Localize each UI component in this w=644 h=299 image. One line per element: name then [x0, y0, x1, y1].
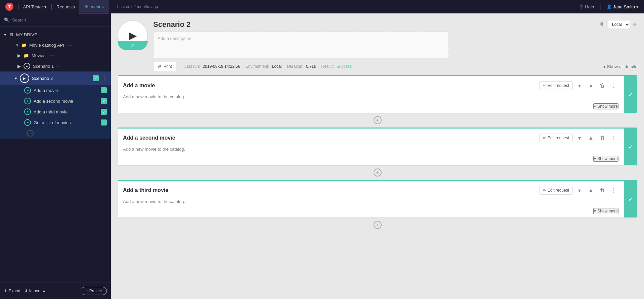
help-link[interactable]: ❓ Help [578, 4, 594, 9]
show-more-button-2[interactable]: ▾ Show more [593, 156, 618, 162]
drive-icon: 🖥 [9, 32, 13, 37]
api-tester-menu[interactable]: API Tester ▾ [23, 4, 47, 9]
card-add-third-desc: Add a new movie to the catalog. [118, 198, 624, 205]
card-add-third-title: Add a third movie [123, 187, 539, 193]
collection-menu[interactable]: ⋯ [67, 42, 72, 48]
top-nav-right: ❓ Help | 👤 Jane Smith ▾ [578, 3, 639, 10]
movies-menu[interactable]: ⋯ [48, 52, 53, 59]
lastrun-value: 2019-08-19 14:22:56 [203, 64, 240, 69]
more-button-2[interactable]: ⋮ [609, 133, 618, 143]
scenario-play-check: ✓ [118, 41, 148, 50]
card-add-movie-header: Add a movie ✏ Edit request ▾ ▲ 🗑 ⋮ [118, 76, 624, 93]
top-nav: T | API Tester ▾ | Requests Scenarios La… [0, 0, 644, 13]
show-more-button-1[interactable]: ▾ Show more [593, 103, 618, 109]
edit-request-button-1[interactable]: ✏ Edit request [539, 81, 573, 90]
card-add-third-movie: Add a third movie ✏ Edit request ▾ ▲ 🗑 ⋮… [118, 180, 637, 217]
separator-3: | [599, 3, 601, 10]
print-label: Print [164, 64, 172, 69]
card-add-movie-actions: ✏ Edit request ▾ ▲ 🗑 ⋮ [539, 81, 618, 90]
scenario-play-button[interactable]: ▶ ✓ [118, 20, 148, 50]
duration-label: Duration: [287, 64, 303, 69]
edit-request-button-3[interactable]: ✏ Edit request [539, 186, 573, 195]
meta-result: Result: Success [321, 64, 352, 69]
up-button-1[interactable]: ▲ [586, 81, 596, 90]
add-step-icon: + [27, 130, 34, 137]
export-button[interactable]: ⬆ Export [4, 289, 20, 293]
card-add-second-title: Add a second movie [123, 135, 539, 141]
add-third-play-icon: ▶ [24, 108, 31, 115]
sidebar-item-collection[interactable]: ▾ 📁 Movie catalog API ⋯ [0, 40, 111, 50]
sidebar-item-scenario2[interactable]: ▾ ▶ Scenario 2 ✓ ⋮ [0, 71, 111, 85]
movies-folder-icon: 📁 [24, 53, 29, 58]
delete-button-1[interactable]: 🗑 [598, 81, 607, 90]
scenario-title: Scenario 2 [153, 20, 600, 29]
export-label: Export [9, 289, 20, 293]
movies-label: Movies [32, 53, 45, 58]
scenario-details: Scenario 2 👁 Local ✏ Add a description 🖨 [153, 20, 637, 71]
eye-icon: 👁 [600, 21, 605, 28]
add-between-2-3[interactable]: + [374, 168, 382, 177]
add-third-check: ✓ [101, 109, 107, 115]
up-button-3[interactable]: ▲ [586, 186, 596, 195]
print-icon: 🖨 [158, 64, 162, 69]
lastrun-label: Last run: [184, 64, 200, 69]
expand-icon: ▾ [4, 32, 6, 37]
add-between-1-2[interactable]: + [374, 116, 382, 124]
env-value: Local [272, 64, 282, 69]
edit-icon-1: ✏ [543, 83, 546, 88]
main-layout: 🔍 Search ▾ 🖥 MY DRIVE ⋯ ▾ 📁 Movie catalo… [0, 13, 644, 299]
sidebar-item-movies[interactable]: ▶ 📁 Movies ⋯ [0, 50, 111, 61]
requests-nav[interactable]: Requests [56, 4, 75, 9]
api-tester-label: API Tester [23, 4, 43, 9]
delete-button-2[interactable]: 🗑 [598, 133, 607, 143]
sidebar: 🔍 Search ▾ 🖥 MY DRIVE ⋯ ▾ 📁 Movie catalo… [0, 13, 111, 299]
edit-request-button-2[interactable]: ✏ Edit request [539, 134, 573, 142]
search-area[interactable]: 🔍 Search [0, 13, 111, 27]
environment-selector[interactable]: Local [608, 20, 630, 29]
scenario1-menu[interactable]: ⋯ [56, 63, 62, 69]
scenario-description-box[interactable]: Add a description [153, 32, 449, 58]
between-cards-2-3: + [118, 165, 637, 180]
show-more-button-3[interactable]: ▾ Show more [593, 208, 618, 214]
add-movie-play-icon: ▶ [24, 87, 31, 94]
add-movie-check: ✓ [101, 87, 107, 93]
my-drive-header[interactable]: ▾ 🖥 MY DRIVE ⋯ [0, 30, 111, 40]
print-button[interactable]: 🖨 Print [153, 62, 176, 71]
get-list-play-icon: ▶ [24, 119, 31, 126]
sidebar-subitem-add-second[interactable]: ▶ Add a second movie ✓ [0, 96, 111, 106]
sidebar-add-step[interactable]: + [0, 128, 111, 139]
sidebar-footer: ⬆ Export ⬇ Import ▲ + Project [0, 283, 111, 299]
import-icon: ⬇ [25, 289, 28, 293]
scenario2-menu[interactable]: ⋮ [101, 75, 107, 82]
more-button-1[interactable]: ⋮ [609, 81, 618, 90]
scenario-edit-button[interactable]: ✏ [633, 21, 637, 28]
user-chevron: ▾ [636, 4, 639, 9]
scenario-header-actions: 👁 Local ✏ [600, 20, 637, 29]
expand-collection-icon: ▾ [16, 43, 18, 48]
edit-icon-3: ✏ [543, 188, 546, 193]
expand-button-1[interactable]: ▾ [575, 81, 584, 90]
user-menu[interactable]: 👤 Jane Smith ▾ [606, 4, 639, 9]
scenarios-tab[interactable]: Scenarios [79, 0, 109, 13]
expand-button-2[interactable]: ▾ [575, 133, 584, 143]
show-all-details-button[interactable]: ▾ Show all details [603, 64, 637, 69]
import-button[interactable]: ⬇ Import ▲ [25, 289, 46, 293]
sidebar-subitem-add-third[interactable]: ▶ Add a third movie ✓ [0, 106, 111, 117]
sidebar-subitem-get-list[interactable]: ▶ Get a list of movies ✓ [0, 117, 111, 128]
expand-button-3[interactable]: ▾ [575, 186, 584, 195]
sidebar-subitem-add-movie[interactable]: ▶ Add a movie ✓ [0, 85, 111, 96]
add-after-3[interactable]: + [374, 221, 382, 229]
show-details-label: Show all details [607, 64, 637, 69]
up-button-2[interactable]: ▲ [586, 133, 596, 143]
my-drive-menu[interactable]: ⋯ [101, 32, 107, 38]
my-drive-label: MY DRIVE [16, 32, 99, 37]
delete-button-3[interactable]: 🗑 [598, 186, 607, 195]
more-button-3[interactable]: ⋮ [609, 186, 618, 195]
add-third-label: Add a third movie [34, 109, 68, 114]
project-button[interactable]: + Project [81, 287, 107, 295]
sidebar-item-scenario1[interactable]: ▶ ▶ Scenario 1 ⋯ [0, 61, 111, 71]
folder-icon: 📁 [21, 43, 27, 48]
card-add-movie-title: Add a movie [123, 83, 539, 89]
get-list-label: Get a list of movies [34, 120, 71, 125]
expand-movies-icon: ▶ [17, 53, 21, 58]
